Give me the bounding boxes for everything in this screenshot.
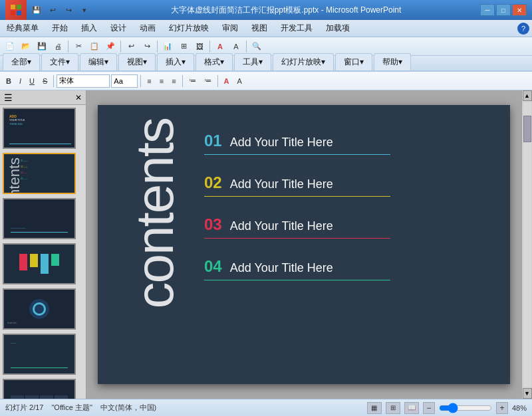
table-btn[interactable]: ⊞: [176, 39, 191, 54]
menu-developer[interactable]: 开发工具: [274, 20, 319, 37]
item-header-04: 04 Add Your Title Here: [204, 257, 497, 276]
item-title-02[interactable]: Add Your Title Here: [230, 177, 333, 191]
zoom-in-btn[interactable]: +: [496, 402, 508, 414]
close-btn[interactable]: ✕: [512, 4, 527, 16]
slide-4-thumb[interactable]: [3, 243, 76, 284]
tab-help[interactable]: 帮助▾: [374, 53, 411, 70]
separator-3: [157, 41, 158, 52]
menu-animation[interactable]: 动画: [133, 20, 162, 37]
tab-file[interactable]: 文件▾: [41, 53, 78, 70]
status-bar: 幻灯片 2/17 "Office 主题" 中文(简体，中国) ▦ ⊞ 📖 − +…: [0, 399, 532, 416]
item-line-04: [204, 280, 390, 280]
panel-close-btn[interactable]: ✕: [75, 93, 82, 102]
tab-insert[interactable]: 插入▾: [157, 53, 194, 70]
vertical-scrollbar[interactable]: ▲ ▼: [521, 90, 532, 399]
tab-view[interactable]: 视图▾: [118, 53, 156, 70]
item-num-04: 04: [204, 257, 222, 276]
bold-btn[interactable]: B: [3, 74, 15, 88]
scroll-down-btn[interactable]: ▼: [523, 388, 532, 399]
item-title-03[interactable]: Add Your Title Here: [230, 219, 333, 233]
underline-btn[interactable]: U: [26, 74, 38, 88]
slide-5-thumb[interactable]: cloud icon: [3, 288, 76, 330]
align-left-btn[interactable]: ≡: [144, 74, 154, 88]
item-title-04[interactable]: Add Your Title Here: [230, 261, 333, 275]
search-btn[interactable]: 🔍: [249, 39, 264, 54]
numbering-btn[interactable]: ≔: [201, 74, 215, 88]
slide-7-thumb[interactable]: [3, 379, 76, 399]
zoom-level: 48%: [512, 404, 527, 412]
zoom-slider[interactable]: [439, 403, 492, 413]
menu-classic[interactable]: 经典菜单: [0, 20, 45, 37]
align-right-btn[interactable]: ≡: [168, 74, 179, 88]
content-item-02: 02 Add Your Title Here: [204, 173, 497, 197]
italic-btn[interactable]: I: [16, 74, 25, 88]
menu-start[interactable]: 开始: [45, 20, 74, 37]
help-icon[interactable]: ?: [517, 23, 529, 35]
text-color-btn[interactable]: A: [221, 74, 233, 88]
menu-slideshow[interactable]: 幻灯片放映: [162, 20, 215, 37]
tab-tools[interactable]: 工具▾: [234, 53, 271, 70]
status-left: 幻灯片 2/17 "Office 主题" 中文(简体，中国): [5, 403, 156, 413]
minimize-btn[interactable]: ─: [480, 4, 495, 16]
highlight-btn[interactable]: A: [234, 74, 245, 88]
menu-view[interactable]: 视图: [245, 20, 274, 37]
item-num-03: 03: [204, 215, 222, 234]
scroll-up-btn[interactable]: ▲: [523, 90, 532, 101]
theme-info: "Office 主题": [51, 403, 92, 413]
tab-edit[interactable]: 编辑▾: [80, 53, 117, 70]
menu-addins[interactable]: 加载项: [319, 20, 356, 37]
normal-view-btn[interactable]: ▦: [367, 402, 382, 414]
paste-btn[interactable]: 📌: [103, 39, 118, 54]
reading-view-btn[interactable]: 📖: [404, 402, 419, 414]
save-quick-btn[interactable]: 💾: [29, 3, 44, 17]
font-color-btn[interactable]: A: [213, 39, 227, 54]
fmt-sep-1: [53, 75, 54, 87]
font-size-input[interactable]: [111, 74, 138, 88]
open-btn[interactable]: 📂: [19, 39, 33, 54]
copy-btn[interactable]: 📋: [87, 39, 102, 54]
item-title-01[interactable]: Add Your Title Here: [230, 136, 333, 150]
menu-review[interactable]: 审阅: [215, 20, 245, 37]
undo-btn[interactable]: ↩: [124, 39, 138, 54]
window-controls: ─ □ ✕: [480, 4, 527, 16]
maximize-btn[interactable]: □: [496, 4, 511, 16]
svg-rect-1: [17, 5, 21, 9]
slide-1-thumb[interactable]: ADD YOUR TITLE THINK BIG: [3, 108, 76, 149]
slide-3-thumb[interactable]: ────────: [3, 198, 76, 239]
fmt-sep-2: [140, 75, 141, 87]
content-items: 01 Add Your Title Here 02 Add Your Title…: [204, 132, 497, 280]
strikethrough-btn[interactable]: S: [39, 74, 51, 88]
save-btn[interactable]: 💾: [35, 39, 49, 54]
scroll-thumb[interactable]: [523, 116, 531, 142]
slide-6-thumb[interactable]: ───: [3, 334, 76, 375]
cut-btn[interactable]: ✂: [71, 39, 86, 54]
undo-quick-btn[interactable]: ↩: [45, 3, 60, 17]
align-center-btn[interactable]: ≡: [156, 74, 167, 88]
redo-btn[interactable]: ↪: [140, 39, 154, 54]
menu-design[interactable]: 设计: [104, 20, 133, 37]
chart-btn[interactable]: 📊: [160, 39, 175, 54]
new-btn[interactable]: 📄: [3, 39, 17, 54]
print-btn[interactable]: 🖨: [51, 39, 65, 54]
panel-icon: ☰: [4, 92, 13, 103]
redo-quick-btn[interactable]: ↪: [61, 3, 76, 17]
slide-sorter-btn[interactable]: ⊞: [386, 402, 400, 414]
tab-window[interactable]: 窗口▾: [335, 53, 372, 70]
office-logo[interactable]: [5, 0, 27, 20]
scroll-track[interactable]: [523, 102, 531, 387]
svg-rect-0: [11, 5, 15, 9]
font-name-input[interactable]: [57, 74, 110, 88]
menu-insert[interactable]: 插入: [74, 20, 104, 37]
font-size-btn[interactable]: A: [229, 39, 243, 54]
bullet-btn[interactable]: ≔: [186, 74, 200, 88]
slide-2-thumb[interactable]: contents 01 —— 02 —— 03 —— 04 ——: [3, 153, 76, 194]
zoom-out-btn[interactable]: −: [423, 402, 435, 414]
customize-quick-btn[interactable]: ▾: [77, 3, 92, 17]
tab-all[interactable]: 全部▾: [3, 53, 40, 70]
pic-btn[interactable]: 🖼: [192, 39, 207, 54]
tab-format[interactable]: 格式▾: [196, 53, 233, 70]
tab-slideshow[interactable]: 幻灯片放映▾: [273, 53, 334, 70]
slide-canvas[interactable]: contents 01 Add Your Title Here 02 Add Y…: [98, 105, 510, 384]
slide-1-wrapper: 1 ADD YOUR TITLE THINK BIG: [3, 108, 83, 149]
item-header-02: 02 Add Your Title Here: [204, 173, 497, 192]
